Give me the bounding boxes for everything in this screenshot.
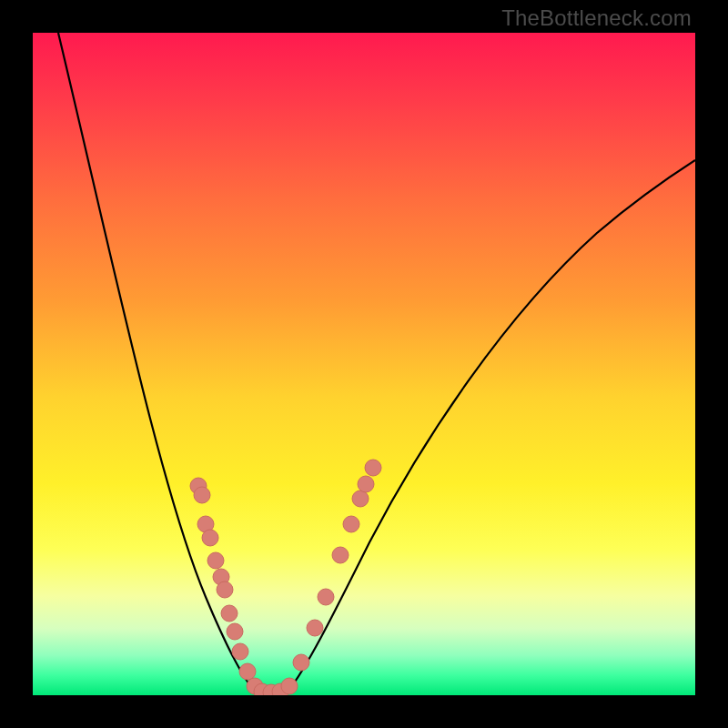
data-point: [217, 581, 233, 598]
gradient-background: [33, 33, 695, 695]
data-point: [194, 487, 210, 503]
data-point: [332, 547, 349, 563]
data-point: [343, 516, 359, 532]
data-point: [318, 589, 334, 605]
data-point: [202, 530, 218, 546]
data-point: [221, 605, 238, 622]
plot-area: [33, 33, 695, 695]
data-point: [232, 643, 248, 660]
chart-frame: TheBottleneck.com: [0, 0, 728, 728]
data-point: [239, 663, 256, 680]
data-point: [358, 476, 374, 492]
data-point: [207, 552, 224, 569]
watermark-text: TheBottleneck.com: [501, 5, 692, 31]
data-point: [293, 654, 309, 671]
data-point: [227, 623, 243, 640]
plot-svg: [33, 33, 695, 695]
data-point: [365, 460, 381, 476]
data-point: [307, 620, 323, 636]
data-point: [281, 678, 298, 694]
data-point: [352, 490, 369, 507]
